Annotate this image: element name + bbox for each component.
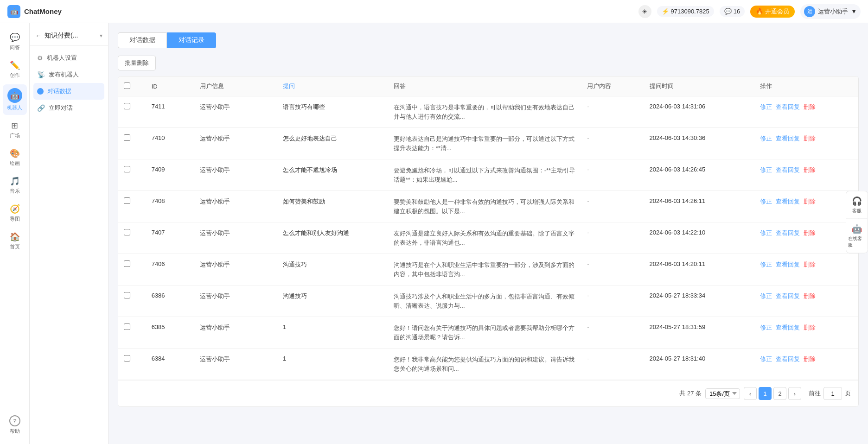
row-user-8: 运营小助手 [194, 349, 277, 380]
col-header-action: 操作 [754, 76, 858, 96]
row-id-4: 7407 [146, 222, 194, 254]
action-fix-8[interactable]: 修正 [760, 355, 772, 363]
secondary-dropdown-icon[interactable]: ▾ [100, 32, 102, 39]
action-delete-3[interactable]: 删除 [804, 197, 816, 206]
action-fix-1[interactable]: 修正 [760, 134, 772, 143]
select-all-checkbox[interactable] [124, 82, 130, 89]
sidebar: 💬 问答 ✏️ 创作 🤖 机器人 ⊞ 广场 🎨 绘画 🎵 音乐 🧭 导图 🏠 首… [0, 23, 30, 444]
goto-input[interactable] [823, 387, 842, 400]
menu-item-chat-now[interactable]: 🔗 立即对话 [30, 100, 108, 116]
row-select-4[interactable] [124, 229, 130, 235]
action-view-7[interactable]: 查看回复 [776, 323, 800, 332]
row-question-7: 1 [277, 317, 388, 349]
table-row: 7410 运营小助手 怎么更好地表达自己 更好地表达自己是沟通技巧中非常重要的一… [118, 128, 858, 159]
action-fix-6[interactable]: 修正 [760, 292, 772, 300]
row-id-3: 7408 [146, 191, 194, 222]
sidebar-item-plaza[interactable]: ⊞ 广场 [3, 117, 27, 143]
user-name: 运营小助手 [818, 7, 848, 16]
action-view-3[interactable]: 查看回复 [776, 197, 800, 206]
row-select-6[interactable] [124, 292, 130, 298]
action-view-4[interactable]: 查看回复 [776, 229, 800, 237]
action-delete-0[interactable]: 删除 [804, 103, 816, 111]
sun-icon-btn[interactable]: ☀ [638, 5, 651, 18]
tab-dialog-log[interactable]: 对话记录 [167, 32, 216, 48]
action-fix-2[interactable]: 修正 [760, 166, 772, 174]
chat-now-icon: 🔗 [37, 104, 45, 112]
robot-icon: 🤖 [7, 88, 22, 103]
secondary-header: ← 知识付费(... ▾ [30, 29, 108, 46]
menu-label-chat-now: 立即对话 [49, 104, 73, 112]
action-fix-4[interactable]: 修正 [760, 229, 772, 237]
back-button[interactable]: ← [35, 32, 42, 39]
action-delete-8[interactable]: 删除 [804, 355, 816, 363]
header-right: ☀ ⚡ 9713090.7825 💬 16 🔥 开通会员 运 运营小助手 ▼ [638, 4, 861, 19]
float-online-service[interactable]: 🤖 在线客服 [846, 219, 868, 254]
row-select-0[interactable] [124, 103, 130, 109]
row-select-5[interactable] [124, 260, 130, 267]
page-btn-2[interactable]: 2 [773, 387, 786, 400]
action-view-1[interactable]: 查看回复 [776, 134, 800, 143]
next-page-btn[interactable]: › [788, 387, 801, 400]
float-support: 🎧 客服 🤖 在线客服 [846, 191, 868, 254]
pagination-bar: 共 27 条 15条/页 20条/页 50条/页 ‹ 1 2 › 前往 页 [118, 380, 858, 406]
sidebar-item-robot[interactable]: 🤖 机器人 [3, 84, 27, 115]
menu-label-robot-settings: 机器人设置 [47, 54, 77, 62]
secondary-sidebar: ← 知识付费(... ▾ ⚙ 机器人设置 📡 发布机器人 对话数据 🔗 立即对话 [30, 23, 108, 444]
row-checkbox-6 [118, 285, 146, 317]
sidebar-item-create[interactable]: ✏️ 创作 [3, 57, 27, 82]
header-left: 🤖 ChatMoney [7, 5, 62, 18]
tab-dialog-data[interactable]: 对话数据 [118, 32, 167, 48]
sidebar-item-draw[interactable]: 🎨 绘画 [3, 145, 27, 171]
menu-item-conversation-data[interactable]: 对话数据 [33, 83, 104, 100]
page-btn-1[interactable]: 1 [759, 387, 772, 400]
avatar: 运 [804, 6, 815, 17]
row-select-3[interactable] [124, 197, 130, 204]
app-logo: 🤖 [7, 5, 20, 18]
table-row: 6385 运营小助手 1 您好！请问您有关于沟通技巧的具体问题或者需要我帮助分析… [118, 317, 858, 349]
float-customer-service[interactable]: 🎧 客服 [846, 191, 868, 219]
sidebar-label-robot: 机器人 [7, 104, 22, 111]
user-menu[interactable]: 运 运营小助手 ▼ [800, 4, 861, 19]
menu-item-robot-settings[interactable]: ⚙ 机器人设置 [30, 50, 108, 66]
action-delete-5[interactable]: 删除 [804, 260, 816, 269]
row-select-7[interactable] [124, 323, 130, 330]
action-view-2[interactable]: 查看回复 [776, 166, 800, 174]
qa-icon: 💬 [10, 32, 20, 43]
action-fix-0[interactable]: 修正 [760, 103, 772, 111]
help-icon: ? [9, 415, 20, 426]
batch-delete-button[interactable]: 批量删除 [118, 56, 156, 70]
sidebar-item-help[interactable]: ? 帮助 [3, 412, 27, 438]
row-checkbox-5 [118, 254, 146, 285]
sidebar-item-home[interactable]: 🏠 首页 [3, 228, 27, 254]
action-view-0[interactable]: 查看回复 [776, 103, 800, 111]
row-question-1: 怎么更好地表达自己 [277, 128, 388, 159]
action-fix-5[interactable]: 修正 [760, 260, 772, 269]
action-fix-7[interactable]: 修正 [760, 323, 772, 332]
col-header-user: 用户信息 [194, 76, 277, 96]
action-view-5[interactable]: 查看回复 [776, 260, 800, 269]
row-user-content-6: - [581, 285, 644, 317]
row-select-8[interactable] [124, 355, 130, 362]
row-actions-6: 修正 查看回复 删除 [754, 285, 858, 317]
menu-item-publish[interactable]: 📡 发布机器人 [30, 66, 108, 83]
row-select-1[interactable] [124, 134, 130, 141]
menu-label-conversation-data: 对话数据 [47, 87, 71, 95]
action-delete-6[interactable]: 删除 [804, 292, 816, 300]
per-page-select[interactable]: 15条/页 20条/页 50条/页 [705, 388, 740, 399]
action-view-8[interactable]: 查看回复 [776, 355, 800, 363]
action-delete-1[interactable]: 删除 [804, 134, 816, 143]
action-delete-4[interactable]: 删除 [804, 229, 816, 237]
row-actions-0: 修正 查看回复 删除 [754, 96, 858, 128]
action-delete-7[interactable]: 删除 [804, 323, 816, 332]
sidebar-item-map[interactable]: 🧭 导图 [3, 200, 27, 226]
action-view-6[interactable]: 查看回复 [776, 292, 800, 300]
prev-page-btn[interactable]: ‹ [744, 387, 757, 400]
sidebar-item-qa[interactable]: 💬 问答 [3, 29, 27, 55]
row-actions-7: 修正 查看回复 删除 [754, 317, 858, 349]
vip-button[interactable]: 🔥 开通会员 [750, 6, 795, 18]
action-delete-2[interactable]: 删除 [804, 166, 816, 174]
sidebar-item-music[interactable]: 🎵 音乐 [3, 172, 27, 198]
row-select-2[interactable] [124, 166, 130, 172]
table-body: 7411 运营小助手 语言技巧有哪些 在沟通中，语言技巧是非常重要的，可以帮助我… [118, 96, 858, 380]
action-fix-3[interactable]: 修正 [760, 197, 772, 206]
